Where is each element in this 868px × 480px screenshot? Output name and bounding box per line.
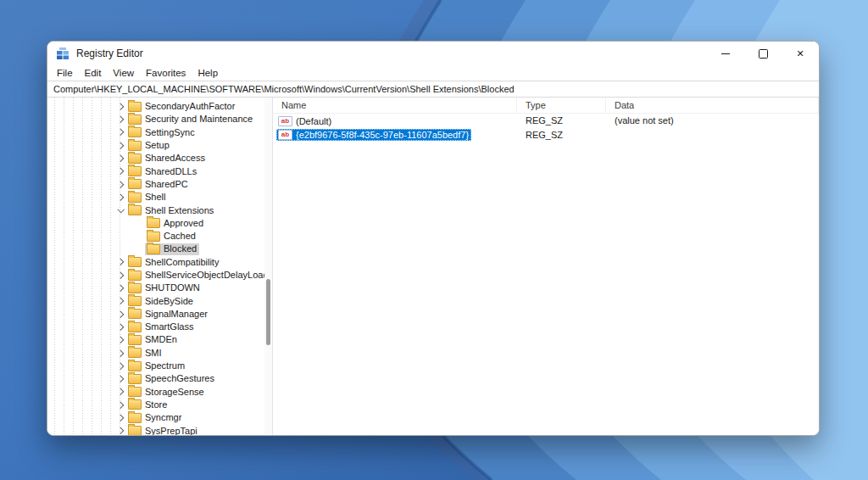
chevron-right-icon[interactable] xyxy=(115,166,126,177)
chevron-right-icon[interactable] xyxy=(115,387,126,398)
tree-item-smartglass[interactable]: SmartGlass xyxy=(47,321,264,333)
tree-item-setup[interactable]: Setup xyxy=(47,139,264,152)
chevron-right-icon[interactable] xyxy=(115,360,126,371)
tree-node[interactable]: SMDEn xyxy=(126,334,180,346)
value-name[interactable]: {e2bf9676-5f8f-435c-97eb-11607a5bedf7} xyxy=(276,129,471,141)
chevron-right-icon[interactable] xyxy=(115,282,126,293)
scrollbar-thumb[interactable] xyxy=(266,279,270,345)
column-header-data[interactable]: Data xyxy=(606,98,819,113)
tree-item-shellcompatibility[interactable]: ShellCompatibility xyxy=(47,256,264,269)
tree-node[interactable]: Setup xyxy=(126,140,172,152)
menu-view[interactable]: View xyxy=(107,67,140,79)
column-header-type[interactable]: Type xyxy=(517,98,606,113)
tree-item-label: Syncmgr xyxy=(145,412,181,423)
tree-item-security-and-maintenance[interactable]: Security and Maintenance xyxy=(47,113,264,126)
chevron-right-icon[interactable] xyxy=(115,179,126,190)
tree-node[interactable]: Blocked xyxy=(145,243,199,255)
tree-item-shutdown[interactable]: SHUTDOWN xyxy=(47,282,264,294)
minimize-button[interactable] xyxy=(707,42,744,65)
chevron-right-icon[interactable] xyxy=(115,309,126,320)
tree-node[interactable]: SHUTDOWN xyxy=(126,282,203,294)
tree-item-secondaryauthfactor[interactable]: SecondaryAuthFactor xyxy=(47,100,264,113)
tree-node[interactable]: SharedDLLs xyxy=(126,165,199,177)
tree-node[interactable]: SecondaryAuthFactor xyxy=(126,101,237,113)
tree-node[interactable]: ShellServiceObjectDelayLoac xyxy=(126,270,270,282)
chevron-right-icon[interactable] xyxy=(115,257,126,268)
tree-item-sharedaccess[interactable]: SharedAccess xyxy=(47,152,264,165)
tree-item-approved[interactable]: Approved xyxy=(47,217,264,230)
folder-icon xyxy=(128,335,142,345)
tree-item-shareddlls[interactable]: SharedDLLs xyxy=(47,165,264,177)
chevron-right-icon[interactable] xyxy=(115,321,126,332)
chevron-right-icon[interactable] xyxy=(115,412,126,423)
title-bar[interactable]: Registry Editor ✕ xyxy=(47,42,819,65)
tree-node[interactable]: ShellCompatibility xyxy=(126,256,221,268)
tree-node[interactable]: StorageSense xyxy=(126,386,207,398)
tree-item-cached[interactable]: Cached xyxy=(47,230,264,243)
tree-item-store[interactable]: Store xyxy=(47,399,264,411)
tree-item-speechgestures[interactable]: SpeechGestures xyxy=(47,372,264,385)
tree-item-shellserviceobjectdelayloac[interactable]: ShellServiceObjectDelayLoac xyxy=(47,269,264,282)
value-row-default[interactable]: (Default)REG_SZ(value not set) xyxy=(273,114,819,128)
chevron-down-icon[interactable] xyxy=(115,205,126,216)
tree-node[interactable]: SideBySide xyxy=(126,295,196,307)
menu-edit[interactable]: Edit xyxy=(79,67,108,79)
tree-node[interactable]: Security and Maintenance xyxy=(126,114,255,126)
tree-node[interactable]: SmartGlass xyxy=(126,321,196,333)
tree-item-blocked[interactable]: Blocked xyxy=(47,243,264,255)
tree-items: SecondaryAuthFactorSecurity and Maintena… xyxy=(47,100,264,435)
tree-item-shell-extensions[interactable]: Shell Extensions xyxy=(47,204,264,216)
tree-node[interactable]: Store xyxy=(126,399,170,410)
tree-node[interactable]: Syncmgr xyxy=(126,412,184,424)
menu-favorites[interactable]: Favorites xyxy=(140,67,192,79)
tree-node[interactable]: SignalManager xyxy=(126,308,210,320)
chevron-right-icon[interactable] xyxy=(115,140,126,151)
tree-item-label: SecondaryAuthFactor xyxy=(145,101,235,112)
tree-node[interactable]: SMI xyxy=(126,347,164,359)
tree-item-syspreptapi[interactable]: SysPrepTapi xyxy=(47,424,264,435)
tree-item-storagesense[interactable]: StorageSense xyxy=(47,386,264,399)
chevron-right-icon[interactable] xyxy=(115,334,126,345)
chevron-right-icon[interactable] xyxy=(115,373,126,384)
tree-item-syncmgr[interactable]: Syncmgr xyxy=(47,411,264,424)
tree-item-smden[interactable]: SMDEn xyxy=(47,333,264,346)
tree-node[interactable]: Spectrum xyxy=(126,360,187,372)
tree-item-sidebyside[interactable]: SideBySide xyxy=(47,294,264,307)
chevron-right-icon[interactable] xyxy=(115,270,126,281)
value-row-e2bf9676-5f8f-435c-97eb-11607a5bedf7[interactable]: {e2bf9676-5f8f-435c-97eb-11607a5bedf7}RE… xyxy=(273,128,819,142)
tree-item-label: Spectrum xyxy=(145,360,185,371)
chevron-right-icon[interactable] xyxy=(115,348,126,359)
address-bar[interactable]: Computer\HKEY_LOCAL_MACHINE\SOFTWARE\Mic… xyxy=(47,81,819,98)
tree-node[interactable]: SpeechGestures xyxy=(126,373,217,385)
folder-icon xyxy=(128,296,142,306)
tree-item-smi[interactable]: SMI xyxy=(47,347,264,360)
tree-item-signalmanager[interactable]: SignalManager xyxy=(47,308,264,321)
chevron-right-icon[interactable] xyxy=(115,127,126,138)
maximize-button[interactable] xyxy=(744,42,782,65)
tree-node[interactable]: Shell Extensions xyxy=(126,204,216,216)
chevron-right-icon[interactable] xyxy=(115,296,126,307)
chevron-right-icon[interactable] xyxy=(115,101,126,112)
chevron-right-icon[interactable] xyxy=(115,114,126,125)
column-header-name[interactable]: Name xyxy=(273,98,517,113)
tree-item-sharedpc[interactable]: SharedPC xyxy=(47,178,264,191)
tree-item-spectrum[interactable]: Spectrum xyxy=(47,360,264,372)
tree-node[interactable]: Approved xyxy=(145,217,206,229)
chevron-right-icon[interactable] xyxy=(115,153,126,164)
tree-node[interactable]: SettingSync xyxy=(126,126,198,138)
chevron-right-icon[interactable] xyxy=(115,192,126,203)
menu-help[interactable]: Help xyxy=(192,67,224,79)
tree-item-settingsync[interactable]: SettingSync xyxy=(47,126,264,139)
chevron-right-icon[interactable] xyxy=(115,399,126,410)
tree-node[interactable]: SysPrepTapi xyxy=(126,425,200,435)
value-name[interactable]: (Default) xyxy=(276,115,334,127)
close-button[interactable]: ✕ xyxy=(782,42,819,65)
tree-vertical-scrollbar[interactable] xyxy=(264,98,272,435)
tree-node[interactable]: Cached xyxy=(145,231,198,243)
tree-node[interactable]: Shell xyxy=(126,192,168,204)
menu-file[interactable]: File xyxy=(51,67,79,79)
chevron-right-icon[interactable] xyxy=(115,426,126,435)
tree-node[interactable]: SharedPC xyxy=(126,178,191,190)
tree-node[interactable]: SharedAccess xyxy=(126,153,208,165)
tree-item-shell[interactable]: Shell xyxy=(47,191,264,204)
